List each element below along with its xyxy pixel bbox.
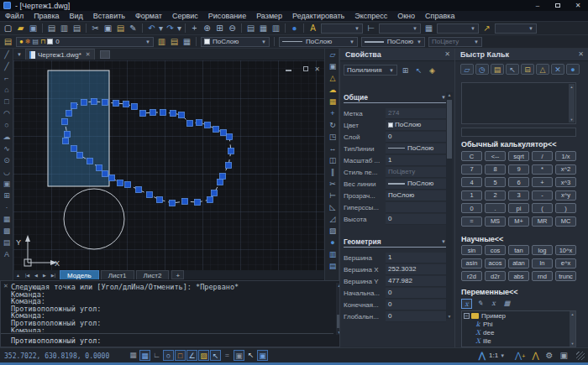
calc-history-scrollbar[interactable]: ▲ ▼ bbox=[569, 84, 575, 123]
mirror-icon[interactable]: ◫ bbox=[325, 154, 340, 166]
measure-angle-icon[interactable]: △ bbox=[536, 64, 549, 75]
sheet-set-icon[interactable]: ▥ bbox=[270, 23, 282, 34]
grip-point[interactable] bbox=[187, 121, 193, 127]
menu-item-2[interactable]: Правка bbox=[29, 11, 64, 22]
calc-key-C[interactable]: C bbox=[461, 151, 482, 161]
calc-key-1[interactable]: 1 bbox=[461, 190, 482, 201]
color-combo[interactable]: ПоСлою▼ bbox=[201, 37, 270, 47]
grip-point[interactable] bbox=[182, 199, 188, 205]
menu-item-6[interactable]: Сервис bbox=[167, 11, 203, 22]
quick-select-icon[interactable]: ◈ bbox=[427, 65, 438, 76]
grip-point[interactable] bbox=[92, 99, 97, 105]
grip-point[interactable] bbox=[218, 180, 223, 185]
transparency-toggle[interactable]: ▣ bbox=[234, 350, 244, 361]
layout-tab-3[interactable]: Лист2 bbox=[136, 270, 170, 279]
close-document-icon[interactable]: ✕ bbox=[86, 51, 91, 58]
plotstyle-combo[interactable]: ПоЦвету▼ bbox=[428, 37, 482, 47]
variable-calc-icon[interactable]: ▦ bbox=[501, 299, 512, 309]
table-style-icon[interactable]: ▦ bbox=[423, 23, 435, 34]
property-value[interactable]: ПоСлою bbox=[386, 120, 446, 131]
scroll-up-icon[interactable]: ▲ bbox=[570, 312, 575, 316]
calc-input-field[interactable] bbox=[461, 128, 576, 137]
calc-key--[interactable]: - bbox=[532, 190, 553, 201]
command-line-window[interactable]: ✕ Следующая точка или [Угол/длИна/Отмени… bbox=[0, 280, 344, 347]
calc-key-9[interactable]: 9 bbox=[508, 164, 529, 175]
grid-toggle[interactable]: ▦ bbox=[128, 350, 139, 361]
grip-point[interactable] bbox=[171, 111, 176, 117]
region-tool-icon[interactable]: ▩ bbox=[0, 225, 13, 237]
close-button[interactable]: ✕ bbox=[568, 0, 588, 11]
menu-item-11[interactable]: Окно bbox=[392, 11, 420, 22]
grip-point[interactable] bbox=[228, 149, 234, 154]
revision-cloud-tool-icon[interactable]: ☁ bbox=[0, 131, 13, 143]
property-value[interactable]: ПоСлою bbox=[386, 179, 446, 190]
document-tab[interactable]: Чертеж1.dwg* ✕ bbox=[25, 49, 95, 60]
property-value[interactable]: 0 bbox=[386, 132, 446, 143]
grip-point[interactable] bbox=[123, 102, 129, 107]
add-layout-button[interactable]: + bbox=[171, 270, 184, 279]
layout-nav-button-3[interactable]: ◀ bbox=[32, 273, 40, 278]
copy-icon[interactable]: ▣ bbox=[102, 23, 114, 34]
grip-point[interactable] bbox=[109, 175, 115, 181]
settings-gear-icon[interactable]: ⚙ bbox=[546, 351, 554, 360]
copy-properties-icon[interactable]: ⊞ bbox=[400, 65, 411, 76]
calc-key-pi[interactable]: pi bbox=[508, 203, 529, 213]
grip-point[interactable] bbox=[140, 111, 146, 117]
grip-point[interactable] bbox=[212, 190, 218, 196]
scale-icon[interactable]: ◳ bbox=[325, 131, 340, 143]
calc-key-4[interactable]: 4 bbox=[461, 177, 482, 187]
calc-key-+[interactable]: + bbox=[532, 177, 553, 187]
property-value[interactable]: 252.3032 bbox=[386, 264, 446, 275]
calc-key-7[interactable]: 7 bbox=[461, 164, 482, 175]
zoom-previous-icon[interactable]: ⊖ bbox=[226, 23, 239, 34]
make-block-tool-icon[interactable]: ⊞ bbox=[0, 190, 13, 201]
ortho-toggle[interactable]: ∟ bbox=[151, 350, 162, 361]
canvas-close-icon[interactable]: ✕ bbox=[314, 66, 320, 73]
doc-tab-menu-icon[interactable]: ▼ bbox=[13, 52, 25, 57]
revision-cloud-icon[interactable]: ☁ bbox=[325, 84, 340, 96]
sheet-icon[interactable]: ▤ bbox=[244, 23, 257, 34]
ellipse-tool-icon[interactable]: ⊙ bbox=[0, 154, 13, 166]
grip-point[interactable] bbox=[226, 163, 232, 169]
paste-icon[interactable]: ▤ bbox=[114, 23, 127, 34]
grip-point[interactable] bbox=[118, 180, 123, 186]
calc-key-tan[interactable]: tan bbox=[508, 245, 529, 255]
save-icon[interactable]: ▣ bbox=[27, 23, 39, 34]
calc-key-e^x[interactable]: e^x bbox=[555, 258, 576, 269]
calc-key-abs[interactable]: abs bbox=[508, 271, 529, 281]
canvas-minimize-icon[interactable] bbox=[280, 66, 291, 73]
annotation-visibility-icon[interactable]: ⋀+ bbox=[515, 351, 525, 360]
grip-point[interactable] bbox=[62, 119, 68, 125]
menu-item-10[interactable]: Экспресс bbox=[349, 11, 392, 22]
calc-key-=[interactable]: = bbox=[461, 216, 482, 227]
calc-key-sqrt[interactable]: sqrt bbox=[508, 151, 529, 161]
spline-tool-icon[interactable]: ∿ bbox=[0, 143, 13, 154]
calc-key-r2d[interactable]: r2d bbox=[461, 271, 482, 281]
mtext-tool-icon[interactable]: A bbox=[0, 248, 13, 260]
osnap-toggle[interactable]: ○ bbox=[163, 350, 174, 361]
zoom-in-icon[interactable]: ⊕ bbox=[201, 23, 213, 34]
lineweight-toggle[interactable]: = bbox=[222, 350, 233, 361]
color-ball-icon[interactable]: ● bbox=[325, 237, 340, 248]
grip-point[interactable] bbox=[63, 138, 69, 144]
grip-point[interactable] bbox=[102, 100, 108, 106]
layout-nav-button-1[interactable]: ▲ bbox=[13, 273, 23, 278]
calc-key-MR[interactable]: MR bbox=[532, 216, 553, 227]
calc-key-6[interactable]: 6 bbox=[508, 177, 529, 187]
grip-point[interactable] bbox=[157, 197, 163, 203]
grip-point[interactable] bbox=[87, 159, 93, 164]
grip-point[interactable] bbox=[147, 192, 153, 198]
hatch-tool-icon[interactable]: ▦ bbox=[0, 213, 13, 225]
delete-variable-icon[interactable]: x bbox=[488, 299, 499, 309]
offset-icon[interactable]: ∥ bbox=[325, 166, 340, 178]
fullscreen-icon[interactable]: ▣ bbox=[560, 351, 568, 360]
polygon-tool-icon[interactable]: ⌂ bbox=[0, 84, 13, 96]
match-properties-icon[interactable]: ✎ bbox=[127, 23, 139, 34]
text-style-icon[interactable]: A bbox=[307, 23, 319, 34]
redo-icon[interactable]: ↷ bbox=[164, 23, 176, 34]
polar-toggle[interactable]: ∠ bbox=[186, 350, 197, 361]
table-style-combo[interactable]: ▼ bbox=[437, 23, 479, 34]
grip-point[interactable] bbox=[77, 153, 83, 159]
copy-object-icon[interactable]: ▣ bbox=[325, 60, 340, 72]
dim-style-combo[interactable]: ▼ bbox=[379, 23, 421, 34]
